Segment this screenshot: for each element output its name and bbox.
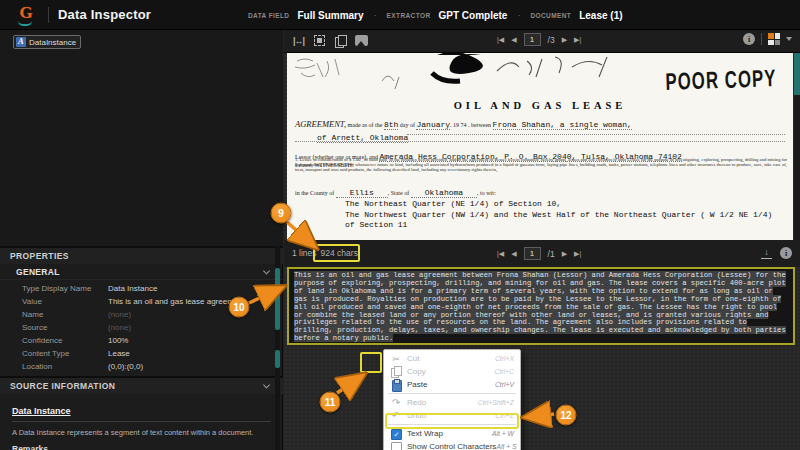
- menu-item-shortcut: Ctrl+C: [495, 368, 514, 375]
- source-information-header[interactable]: SOURCE INFORMATION: [0, 376, 283, 394]
- source-information-header-label: SOURCE INFORMATION: [10, 381, 115, 391]
- context-menu-item[interactable]: Show Control Characters Alt + S: [384, 440, 520, 450]
- data-instance-type-icon: A: [16, 37, 26, 47]
- property-value: 100%: [108, 336, 283, 345]
- fit-width-icon[interactable]: |↔|: [291, 33, 306, 48]
- page-number-input[interactable]: 1: [524, 247, 541, 260]
- menu-item-label: Redo: [407, 398, 478, 407]
- document-page-image[interactable]: POOR COPY OIL AND GAS LEASE AGREEMENT, m…: [287, 53, 793, 240]
- property-row[interactable]: Type Display Name Data Instance: [0, 282, 283, 295]
- menu-item-shortcut: Ctrl+X: [495, 355, 514, 362]
- left-panel-scrollbar-thumb[interactable]: [275, 268, 280, 330]
- info-icon[interactable]: i: [780, 247, 792, 259]
- context-menu-entry: Text Wrap Alt + W: [384, 424, 520, 440]
- annotation-badge-9: 9: [271, 203, 292, 224]
- context-menu-item[interactable]: Redo Ctrl+Shift+Z: [384, 396, 520, 409]
- topbar-divider: [48, 7, 49, 23]
- context-menu-entry: Show Control Characters Alt + S: [384, 440, 520, 450]
- form-text: , to wit:: [477, 190, 496, 196]
- legal-description-line: The Northeast Quarter (NE 1/4) of Sectio…: [345, 199, 772, 210]
- extracted-text-selection[interactable]: This is an oil and gas lease agreement b…: [294, 271, 786, 342]
- document-scrollbar-thumb[interactable]: [794, 53, 800, 95]
- document-viewer-toolbar: |↔| |◀ ◀ 1 /3 ▶ ▶| i: [284, 30, 800, 53]
- menu-item-icon: [389, 379, 403, 390]
- typed-month: January: [416, 120, 450, 130]
- first-page-button[interactable]: |◀: [497, 250, 504, 258]
- page-total-label: /1: [548, 249, 555, 259]
- text-stats-bar: 1 lines 924 chars |◀ ◀ 1 /1 ▶ ▶| ↓ i: [284, 240, 800, 267]
- breadcrumb-value-data-field[interactable]: Full Summary: [297, 10, 363, 21]
- form-text: , State of: [388, 190, 411, 196]
- document-pager: |◀ ◀ 1 /3 ▶ ▶|: [497, 33, 581, 46]
- menu-item-label: Cut: [407, 354, 495, 363]
- breadcrumb-value-extractor[interactable]: GPT Complete: [439, 10, 508, 21]
- property-label: Type Display Name: [0, 284, 108, 293]
- download-icon[interactable]: ↓: [761, 247, 772, 259]
- menu-item-label: Show Control Characters: [407, 442, 496, 450]
- left-panel: A DataInstance PROPERTIES GENERAL Type D…: [0, 30, 283, 450]
- prev-page-button[interactable]: ◀: [511, 36, 516, 44]
- next-page-button[interactable]: ▶: [562, 250, 567, 258]
- property-label: Name: [0, 310, 108, 319]
- form-text: in the County of: [295, 190, 336, 196]
- general-section-header[interactable]: GENERAL: [0, 264, 283, 280]
- breadcrumb-label: DATA FIELD: [248, 12, 289, 19]
- context-menu-item[interactable]: Copy Ctrl+C: [384, 365, 520, 378]
- context-menu-item[interactable]: Undo Ctrl+Z: [384, 409, 520, 422]
- breadcrumb-separator: ·: [372, 10, 379, 20]
- extracted-text-area[interactable]: This is an oil and gas lease agreement b…: [287, 267, 795, 345]
- data-instance-chip-label: DataInstance: [29, 38, 76, 47]
- menu-separator: [388, 424, 516, 425]
- dropdown-caret-icon[interactable]: [786, 37, 792, 41]
- page-total-label: /3: [548, 35, 555, 45]
- legal-description: The Northeast Quarter (NE 1/4) of Sectio…: [345, 199, 772, 231]
- lines-count: 1 lines: [292, 248, 317, 258]
- context-menu-item[interactable]: Text Wrap Alt + W: [384, 427, 520, 440]
- image-view-icon[interactable]: [354, 33, 369, 48]
- breadcrumb-label: DOCUMENT: [530, 12, 571, 19]
- source-information-body: Data Instance A Data Instance represents…: [0, 394, 283, 450]
- menu-item-label: Copy: [407, 367, 495, 376]
- properties-header: PROPERTIES: [0, 246, 283, 264]
- context-menu-entry: Undo Ctrl+Z: [384, 409, 520, 422]
- data-instance-doc-link[interactable]: Data Instance: [12, 406, 71, 416]
- app-logo[interactable]: G: [14, 4, 38, 26]
- typed-lessor-name: Frona Shahan, a single woman,: [493, 120, 632, 130]
- last-page-button[interactable]: ▶|: [574, 250, 581, 258]
- copy-pages-icon[interactable]: [333, 33, 348, 48]
- property-value: This is an oil and gas lease agreem...: [108, 297, 283, 306]
- prev-page-button[interactable]: ◀: [511, 250, 516, 258]
- text-pager: |◀ ◀ 1 /1 ▶ ▶|: [497, 247, 581, 260]
- chevron-down-icon[interactable]: [263, 267, 270, 274]
- left-panel-scrollbar-thumb[interactable]: [275, 350, 280, 368]
- menu-item-label: Text Wrap: [407, 429, 492, 438]
- page-number-input[interactable]: 1: [524, 33, 541, 46]
- annotation-badge-12: 12: [556, 405, 577, 426]
- lease-fine-print: 1. Lessee in consideration of $ 1.00 , i…: [295, 157, 787, 173]
- property-row[interactable]: Location (0,0):(0,0): [0, 360, 283, 373]
- chars-count: 924 chars: [321, 248, 358, 258]
- breadcrumb: DATA FIELD Full Summary · EXTRACTOR GPT …: [248, 0, 623, 30]
- breadcrumb-separator: ·: [515, 10, 522, 20]
- chevron-down-icon[interactable]: [263, 381, 270, 388]
- logo-underline: [18, 21, 32, 26]
- info-icon[interactable]: i: [743, 33, 755, 45]
- region-select-icon[interactable]: [312, 33, 327, 48]
- remarks-label: Remarks: [12, 444, 271, 450]
- context-menu-item[interactable]: Cut Ctrl+X: [384, 352, 520, 365]
- property-value: Lease: [108, 349, 283, 358]
- breadcrumb-value-document[interactable]: Lease (1): [579, 10, 622, 21]
- first-page-button[interactable]: |◀: [497, 36, 504, 44]
- context-menu-item[interactable]: Paste Ctrl+V: [384, 378, 520, 391]
- next-page-button[interactable]: ▶: [562, 36, 567, 44]
- last-page-button[interactable]: ▶|: [574, 36, 581, 44]
- view-options-icon[interactable]: [768, 33, 780, 45]
- data-instance-chip[interactable]: A DataInstance: [13, 35, 81, 49]
- properties-header-label: PROPERTIES: [10, 251, 69, 261]
- document-title: OIL AND GAS LEASE: [287, 100, 793, 111]
- page-title: Data Inspector: [58, 7, 151, 22]
- property-row[interactable]: Content Type Lease: [0, 347, 283, 360]
- property-row[interactable]: Source (none): [0, 321, 283, 334]
- data-instance-description: A Data Instance represents a segment of …: [12, 428, 271, 437]
- property-row[interactable]: Confidence 100%: [0, 334, 283, 347]
